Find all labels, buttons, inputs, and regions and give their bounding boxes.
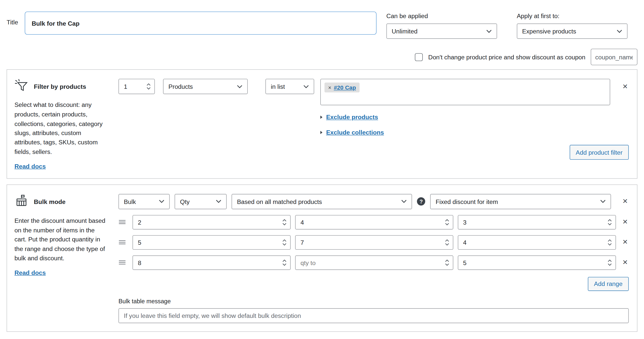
filter-type-select[interactable]: Products <box>163 79 248 94</box>
chevron-down-icon <box>303 85 309 88</box>
coupon-option-row: Don't change product price and show disc… <box>0 39 644 65</box>
chevron-down-icon <box>159 200 164 203</box>
filter-panel-controls: Products in list × #20 Cap <box>118 79 629 170</box>
range-discount-input[interactable] <box>463 259 604 266</box>
range-discount-input[interactable] <box>463 219 604 226</box>
add-product-filter-button[interactable]: Add product filter <box>570 145 629 160</box>
chevron-down-icon <box>617 29 622 33</box>
range-to-stepper[interactable] <box>295 215 453 229</box>
range-to-stepper[interactable] <box>295 255 453 270</box>
stepper-arrows-icon[interactable] <box>279 260 287 266</box>
range-discount-stepper[interactable] <box>458 235 616 249</box>
bulk-qty-value: Qty <box>180 198 189 205</box>
product-chip: × #20 Cap <box>325 82 360 92</box>
range-from-input[interactable] <box>138 259 279 266</box>
add-range-button[interactable]: Add range <box>588 277 629 291</box>
chevron-down-icon <box>237 85 242 88</box>
filter-panel-title: Filter by products <box>34 83 86 90</box>
title-input[interactable] <box>25 12 376 35</box>
bulk-mode-select[interactable]: Bulk <box>118 194 170 209</box>
bulk-discount-type-select[interactable]: Fixed discount for item <box>430 194 611 209</box>
exclude-products-row: Exclude products <box>320 113 610 120</box>
stepper-arrows-icon[interactable] <box>604 260 612 266</box>
bulk-qty-select[interactable]: Qty <box>175 194 227 209</box>
bulk-discount-type-value: Fixed discount for item <box>436 198 498 205</box>
coupon-checkbox[interactable] <box>415 53 423 61</box>
apply-first-value: Expensive products <box>522 28 576 35</box>
remove-range-icon[interactable]: ✕ <box>622 259 629 267</box>
range-discount-stepper[interactable] <box>458 215 616 229</box>
range-from-stepper[interactable] <box>133 255 291 270</box>
chevron-down-icon <box>401 200 407 203</box>
stepper-arrows-icon[interactable] <box>604 239 612 245</box>
range-discount-stepper[interactable] <box>458 255 616 270</box>
coupon-name-input[interactable] <box>591 49 637 65</box>
filter-condition-value: in list <box>271 83 285 90</box>
range-from-input[interactable] <box>138 239 279 246</box>
triangle-bullet-icon <box>320 115 322 119</box>
stepper-arrows-icon[interactable] <box>441 239 449 245</box>
apply-first-select[interactable]: Expensive products <box>517 24 627 39</box>
coupon-checkbox-label: Don't change product price and show disc… <box>428 54 585 61</box>
drag-handle-icon[interactable] <box>118 220 126 225</box>
bulk-range-row: ✕ <box>118 215 629 229</box>
help-icon[interactable]: ? <box>417 197 425 206</box>
exclude-collections-link[interactable]: Exclude collections <box>326 129 384 136</box>
can-be-applied-label: Can be applied <box>386 12 497 19</box>
exclude-collections-row: Exclude collections <box>320 129 610 136</box>
bulk-mode-value: Bulk <box>124 198 136 205</box>
title-label: Title <box>7 19 18 26</box>
range-from-stepper[interactable] <box>133 235 291 249</box>
range-from-stepper[interactable] <box>133 215 291 229</box>
header-row: Title Can be applied Unlimited Apply at … <box>0 0 644 39</box>
range-to-input[interactable] <box>300 219 441 226</box>
apply-first-field: Apply at first to: Expensive products <box>517 12 627 39</box>
remove-range-icon[interactable]: ✕ <box>622 238 629 246</box>
bulk-based-on-value: Based on all matched products <box>237 198 322 205</box>
filter-panel-info: Filter by products Select what to discou… <box>14 79 118 170</box>
stepper-arrows-icon[interactable] <box>441 219 449 225</box>
remove-range-icon[interactable]: ✕ <box>622 218 629 226</box>
chip-remove-icon[interactable]: × <box>328 85 331 90</box>
product-chip-link[interactable]: #20 Cap <box>334 84 356 91</box>
filter-qty-stepper[interactable] <box>118 79 155 94</box>
drag-handle-icon[interactable] <box>118 260 126 265</box>
range-to-input[interactable] <box>300 259 441 266</box>
remove-bulk-rule-icon[interactable]: ✕ <box>622 197 629 206</box>
stepper-arrows-icon[interactable] <box>279 219 287 225</box>
can-be-applied-select[interactable]: Unlimited <box>386 24 497 39</box>
filter-read-docs-link[interactable]: Read docs <box>14 162 46 170</box>
remove-filter-icon[interactable]: ✕ <box>622 82 629 91</box>
product-list-input[interactable]: × #20 Cap <box>320 79 610 105</box>
filter-qty-input[interactable] <box>124 83 143 90</box>
bulk-mode-panel: Bulk mode Enter the discount amount base… <box>7 184 637 332</box>
exclude-products-link[interactable]: Exclude products <box>326 113 378 120</box>
bulk-panel-controls: Bulk Qty Based on all matched products <box>118 194 629 323</box>
filter-condition-select[interactable]: in list <box>265 79 314 94</box>
stepper-arrows-icon[interactable] <box>604 219 612 225</box>
bulk-panel-info: Bulk mode Enter the discount amount base… <box>14 194 118 323</box>
filter-by-products-panel: Filter by products Select what to discou… <box>7 69 637 179</box>
can-be-applied-value: Unlimited <box>392 28 418 35</box>
chevron-down-icon <box>216 200 221 203</box>
range-from-input[interactable] <box>138 219 279 226</box>
bulk-panel-description: Enter the discount amount based on the n… <box>14 216 108 263</box>
stepper-arrows-icon[interactable] <box>279 239 287 245</box>
stepper-arrows-icon[interactable] <box>143 83 151 90</box>
bulk-table-icon <box>14 194 28 209</box>
bulk-based-on-select[interactable]: Based on all matched products <box>232 194 412 209</box>
bulk-range-row: ✕ <box>118 255 629 270</box>
can-be-applied-field: Can be applied Unlimited <box>386 12 497 39</box>
range-to-stepper[interactable] <box>295 235 453 249</box>
bulk-table-message-label: Bulk table message <box>118 298 629 304</box>
stepper-arrows-icon[interactable] <box>441 260 449 266</box>
range-discount-input[interactable] <box>463 239 604 246</box>
bulk-panel-title: Bulk mode <box>34 198 66 205</box>
bulk-table-message-input[interactable] <box>118 308 629 323</box>
apply-first-label: Apply at first to: <box>517 12 627 19</box>
filter-panel-description: Select what to discount: any products, c… <box>14 100 108 157</box>
bulk-read-docs-link[interactable]: Read docs <box>14 269 46 276</box>
drag-handle-icon[interactable] <box>118 240 126 245</box>
rule-editor-page: Title Can be applied Unlimited Apply at … <box>0 0 644 339</box>
range-to-input[interactable] <box>300 239 441 246</box>
